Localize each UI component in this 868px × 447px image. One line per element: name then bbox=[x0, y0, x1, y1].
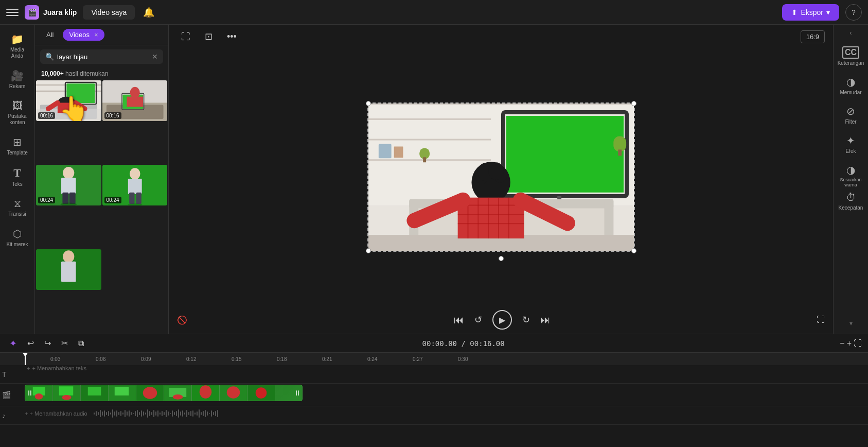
timeline-tracks: T + + Menambahkan teks 🎬 bbox=[0, 365, 868, 447]
ruler-mark-006: 0:06 bbox=[96, 356, 105, 362]
help-button[interactable]: ? bbox=[845, 4, 862, 21]
svg-rect-99 bbox=[108, 411, 109, 416]
sidebar-item-record[interactable]: 🎥 Rekam bbox=[2, 65, 33, 94]
thumb-2-duration: 00:16 bbox=[104, 112, 121, 119]
brand-icon: ⬡ bbox=[13, 228, 22, 240]
svg-rect-38 bbox=[368, 139, 491, 141]
search-clear-icon[interactable]: ✕ bbox=[152, 53, 158, 61]
media-thumb-1[interactable]: 00:16 👆 bbox=[36, 80, 101, 121]
ruler-mark-021: 0:21 bbox=[322, 356, 332, 362]
library-icon: 🖼 bbox=[12, 100, 23, 112]
clip-frame-4 bbox=[109, 385, 136, 401]
timeline-video-clip[interactable]: ⏸ ⏸ bbox=[25, 385, 303, 401]
svg-rect-37 bbox=[368, 118, 491, 120]
svg-rect-128 bbox=[168, 411, 169, 416]
hide-overlay-button[interactable]: 🚫 bbox=[177, 315, 187, 325]
redo-button[interactable]: ↪ bbox=[41, 337, 54, 350]
sidebar-item-text[interactable]: T Teks bbox=[2, 162, 33, 192]
svg-rect-100 bbox=[110, 412, 111, 415]
export-button[interactable]: ⬆ Ekspor ▾ bbox=[782, 4, 839, 21]
sidebar-item-brand[interactable]: ⬡ Kit merek bbox=[2, 224, 33, 252]
preview-toolbar: ⛶ ⊡ ••• 16:9 bbox=[169, 25, 833, 48]
fit-timeline-button[interactable]: ⛶ bbox=[854, 339, 862, 348]
duplicate-button[interactable]: ⧉ bbox=[75, 337, 87, 350]
rewind-button[interactable]: ↺ bbox=[474, 314, 482, 325]
resize-handle-tr[interactable] bbox=[631, 101, 636, 106]
hamburger-menu-button[interactable] bbox=[6, 6, 19, 19]
text-track-icon: T bbox=[2, 370, 7, 379]
resize-handle-bl[interactable] bbox=[366, 248, 371, 253]
svg-point-89 bbox=[227, 386, 240, 399]
tab-my-video[interactable]: Video saya bbox=[83, 5, 135, 20]
play-button[interactable]: ▶ bbox=[492, 310, 512, 330]
svg-rect-148 bbox=[209, 413, 210, 414]
playback-controls: 🚫 ⏮ ↺ ▶ ↻ ⏭ ⛶ bbox=[169, 306, 833, 334]
ruler-mark-015: 0:15 bbox=[232, 356, 241, 362]
magic-tool-button[interactable]: ✦ bbox=[6, 336, 20, 351]
svg-rect-93 bbox=[96, 411, 97, 416]
filter-icon: ⊘ bbox=[846, 105, 855, 117]
svg-rect-138 bbox=[188, 412, 189, 415]
go-to-start-button[interactable]: ⏮ bbox=[454, 314, 464, 326]
sidebar-item-transition[interactable]: ⧖ Transisi bbox=[2, 194, 33, 221]
thumb-4-duration: 00:24 bbox=[104, 197, 121, 203]
right-tool-fade[interactable]: ◑ Memudar bbox=[836, 72, 866, 100]
svg-point-87 bbox=[200, 385, 212, 399]
color-icon: ◑ bbox=[846, 164, 855, 176]
notification-bell-icon[interactable]: 🔔 bbox=[143, 7, 154, 18]
svg-rect-108 bbox=[127, 411, 128, 416]
add-audio-button[interactable]: + + Menambahkan audio bbox=[25, 410, 87, 417]
right-tool-color[interactable]: ◑ Sesuaikan warna bbox=[836, 160, 866, 186]
media-thumb-3[interactable]: 00:24 bbox=[36, 165, 101, 205]
search-input[interactable] bbox=[57, 53, 149, 61]
right-tool-caption[interactable]: CC Keterangan bbox=[836, 42, 866, 71]
svg-point-76 bbox=[62, 395, 72, 400]
audio-waveform bbox=[94, 408, 402, 419]
right-tool-effects[interactable]: ✦ Efek bbox=[836, 130, 866, 159]
sidebar-item-media[interactable]: 📁 Media Anda bbox=[2, 29, 33, 63]
sidebar-item-template[interactable]: ⊞ Template bbox=[2, 132, 33, 160]
svg-rect-132 bbox=[176, 411, 177, 416]
zoom-out-button[interactable]: − bbox=[840, 339, 844, 348]
right-tool-speed[interactable]: ⏱ Kecepatan bbox=[836, 187, 866, 215]
go-to-end-button[interactable]: ⏭ bbox=[540, 314, 551, 326]
resize-handle-br[interactable] bbox=[631, 248, 636, 253]
text-track: T + + Menambahkan teks bbox=[0, 365, 868, 384]
svg-point-20 bbox=[63, 167, 74, 179]
panel-tab-videos-close[interactable]: × bbox=[95, 31, 98, 39]
panel-tab-videos[interactable]: Videos × bbox=[63, 29, 104, 41]
collapse-preview-button[interactable]: ‹ bbox=[850, 29, 852, 37]
aspect-ratio-selector[interactable]: 16:9 bbox=[801, 30, 825, 43]
collapse-right-sidebar-button[interactable]: ▾ bbox=[834, 317, 868, 330]
crop-button[interactable]: ⛶ bbox=[177, 29, 194, 44]
svg-rect-117 bbox=[145, 412, 146, 415]
undo-button[interactable]: ↩ bbox=[24, 337, 37, 350]
sidebar-item-library[interactable]: 🖼 Pustaka konten bbox=[2, 96, 33, 130]
svg-point-73 bbox=[35, 393, 43, 400]
forward-button[interactable]: ↻ bbox=[522, 314, 530, 325]
topbar: 🎬 Juara klip Video saya 🔔 ⬆ Ekspor ▾ ? bbox=[0, 0, 868, 25]
fullscreen-button[interactable]: ⛶ bbox=[817, 315, 825, 324]
svg-rect-22 bbox=[62, 193, 68, 204]
media-thumb-4[interactable]: 00:24 bbox=[102, 165, 168, 205]
svg-rect-111 bbox=[133, 413, 134, 414]
zoom-in-button[interactable]: + bbox=[847, 339, 852, 348]
svg-rect-105 bbox=[120, 411, 121, 416]
panel-tab-bar: All Videos × bbox=[35, 25, 168, 45]
rotate-handle[interactable] bbox=[499, 256, 504, 261]
svg-rect-130 bbox=[172, 410, 173, 417]
media-thumb-5[interactable] bbox=[36, 249, 101, 290]
svg-rect-136 bbox=[184, 412, 185, 415]
svg-rect-27 bbox=[128, 179, 141, 194]
video-track-content[interactable]: ⏸ ⏸ bbox=[25, 384, 868, 406]
add-text-button[interactable]: + + Menambahkan teks bbox=[25, 365, 868, 371]
cut-button[interactable]: ✂ bbox=[58, 337, 71, 350]
resize-handle-tl[interactable] bbox=[366, 101, 371, 106]
panel-tab-all[interactable]: All bbox=[40, 29, 60, 41]
media-thumb-2[interactable]: 00:16 bbox=[102, 80, 168, 121]
svg-point-17 bbox=[130, 87, 139, 98]
right-tool-filter[interactable]: ⊘ Filter bbox=[836, 101, 866, 129]
svg-rect-123 bbox=[157, 410, 158, 417]
frame-button[interactable]: ⊡ bbox=[201, 29, 217, 44]
more-options-button[interactable]: ••• bbox=[223, 29, 241, 44]
